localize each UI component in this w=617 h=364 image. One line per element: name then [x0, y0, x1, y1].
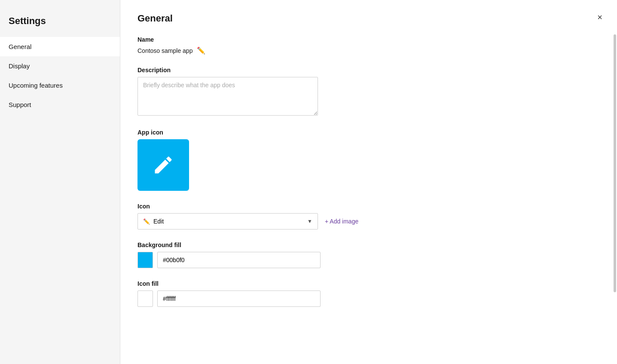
scrollbar-thumb[interactable] — [614, 34, 616, 292]
name-row: Contoso sample app ✏️ — [137, 46, 600, 55]
icon-section: Icon ✏️ Edit ▼ + Add image — [137, 203, 600, 229]
description-textarea[interactable] — [137, 77, 318, 116]
close-button[interactable]: × — [593, 10, 607, 24]
chevron-down-icon: ▼ — [307, 218, 312, 224]
sidebar-title: Settings — [0, 9, 120, 37]
sidebar: Settings General Display Upcoming featur… — [0, 0, 120, 364]
name-section: Name Contoso sample app ✏️ — [137, 36, 600, 55]
background-fill-input[interactable] — [157, 252, 321, 268]
edit-name-icon[interactable]: ✏️ — [197, 46, 205, 55]
sidebar-item-support[interactable]: Support — [0, 95, 120, 114]
add-image-label: + Add image — [325, 218, 358, 225]
icon-dropdown[interactable]: ✏️ Edit ▼ — [137, 213, 318, 229]
sidebar-item-general[interactable]: General — [0, 37, 120, 56]
description-label: Description — [137, 67, 600, 73]
background-fill-label: Background fill — [137, 242, 600, 248]
edit-icon-small: ✏️ — [143, 218, 150, 225]
add-image-button[interactable]: + Add image — [325, 218, 358, 225]
icon-fill-row — [137, 291, 600, 307]
background-fill-section: Background fill — [137, 242, 600, 268]
icon-dropdown-row: ✏️ Edit ▼ + Add image — [137, 213, 600, 229]
main-content: × General Name Contoso sample app ✏️ Des… — [120, 0, 617, 364]
sidebar-item-display[interactable]: Display — [0, 56, 120, 76]
background-color-swatch[interactable] — [137, 252, 153, 268]
app-icon-section: App icon — [137, 129, 600, 191]
name-value: Contoso sample app — [137, 47, 192, 54]
description-section: Description — [137, 67, 600, 117]
sidebar-item-upcoming-features[interactable]: Upcoming features — [0, 76, 120, 95]
icon-selected-value: Edit — [153, 218, 164, 225]
icon-fill-label: Icon fill — [137, 280, 600, 287]
app-icon-preview[interactable] — [137, 139, 189, 191]
icon-fill-input[interactable] — [157, 291, 321, 307]
name-label: Name — [137, 36, 600, 43]
app-icon-label: App icon — [137, 129, 600, 136]
settings-panel: Settings General Display Upcoming featur… — [0, 0, 617, 364]
scrollbar-track — [614, 0, 617, 364]
icon-color-swatch[interactable] — [137, 291, 153, 307]
background-fill-row — [137, 252, 600, 268]
pencil-icon — [152, 154, 174, 176]
page-title: General — [137, 13, 600, 24]
icon-fill-section: Icon fill — [137, 280, 600, 307]
icon-label: Icon — [137, 203, 600, 210]
